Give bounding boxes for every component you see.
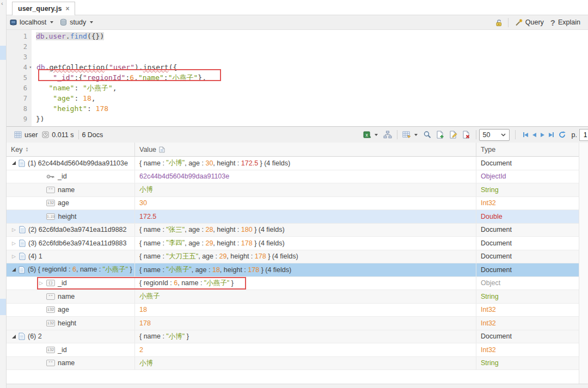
edit-document-button[interactable]	[447, 128, 460, 141]
explain-button[interactable]: ? Explain	[547, 16, 584, 28]
type-text: Object	[481, 279, 500, 287]
export-button[interactable]: x	[361, 128, 373, 141]
value-token: , height :	[213, 226, 241, 233]
type-cell: Object	[476, 277, 579, 290]
table-row[interactable]: ▷(2) 62c6fda0e3a9741ea11d9882{ name : "张…	[7, 224, 579, 237]
table-row[interactable]: i32_id2Int32	[7, 343, 579, 357]
add-document-button[interactable]	[434, 128, 447, 141]
table-row[interactable]: ""name小燕子String	[7, 290, 579, 304]
table-scrollbar-gutter[interactable]	[579, 143, 588, 384]
value-token: { name :	[139, 252, 166, 260]
view-document-button[interactable]	[421, 128, 434, 141]
string-badge-icon: ""	[46, 293, 55, 300]
type-cell: Int32	[476, 343, 579, 356]
type-text: Document	[481, 239, 512, 247]
expand-row-icon[interactable]: ▷	[12, 241, 16, 246]
collapse-row-icon[interactable]	[12, 268, 16, 272]
tab-close-icon[interactable]: ×	[65, 5, 69, 13]
table-row[interactable]: (1) 62c44b4d5604b99daa91103e{ name : "小博…	[7, 157, 579, 170]
type-cell: String	[476, 183, 579, 196]
table-row[interactable]: i32height178Int32	[7, 317, 579, 330]
first-page-button[interactable]	[521, 128, 530, 141]
code-token: :	[87, 104, 96, 113]
export-menu-caret[interactable]	[375, 134, 378, 136]
editor-line[interactable]: 2	[7, 41, 588, 52]
line-number: 1	[7, 33, 27, 40]
column-header-key[interactable]: Key ▲▼	[7, 143, 135, 156]
editor-line[interactable]: 7 "age": 18,	[7, 93, 588, 103]
key-token: "小燕子"	[103, 266, 128, 273]
key-icon	[46, 174, 55, 180]
doc-count: 6 Docs	[82, 131, 103, 139]
editor-line[interactable]: 9})	[7, 114, 588, 124]
key-token: (5) { regionId :	[28, 266, 72, 273]
value-token: (4 fields)	[264, 159, 290, 167]
value-cell: 178	[135, 317, 476, 330]
view-mode-caret[interactable]	[414, 134, 418, 136]
view-as-tree-button[interactable]	[381, 128, 394, 141]
connection-selector[interactable]: localhost	[7, 16, 57, 28]
editor-line[interactable]: 6 "name": "小燕子",	[7, 83, 588, 93]
collapse-panel-icon[interactable]: ‹	[1, 0, 3, 7]
table-row[interactable]: 1.23height172.5Double	[7, 210, 579, 224]
table-row[interactable]: ▷(3) 62c6fdb6e3a9741ea11d9883{ name : "李…	[7, 237, 579, 250]
page-size-select[interactable]: 50	[479, 129, 510, 141]
collapse-row-icon[interactable]	[12, 335, 16, 338]
key-token: 6	[72, 266, 76, 273]
type-cell: Int32	[476, 304, 579, 317]
value-token: { name :	[139, 332, 166, 340]
key-token: height	[58, 319, 76, 327]
table-row[interactable]: ""name小博String	[7, 183, 579, 197]
table-row[interactable]: (5) { regionId : 6, name : "小燕子" }{ name…	[7, 263, 579, 277]
value-cell: 18	[135, 304, 476, 317]
table-row[interactable]: ▷{}_id{ regionId : 6, name : "小燕子" }Obje…	[7, 277, 579, 291]
type-cell: String	[476, 357, 579, 370]
delete-document-button[interactable]	[460, 128, 473, 141]
value-token: (4 fields)	[259, 226, 285, 233]
type-text: String	[481, 293, 499, 300]
value-token: 178	[241, 239, 253, 247]
code-text: db.user.find({})	[36, 32, 104, 40]
view-mode-button[interactable]	[400, 128, 413, 141]
document-icon	[19, 159, 25, 167]
value-token: (4 fields)	[265, 266, 291, 274]
refresh-button[interactable]	[556, 128, 568, 141]
collapse-row-icon[interactable]	[12, 161, 16, 165]
table-view-icon	[402, 131, 411, 139]
column-header-value[interactable]: Value	[135, 143, 476, 156]
table-row[interactable]: ▷(4) 1{ name : "大刀王五", age : 29, height …	[7, 250, 579, 264]
expand-row-icon[interactable]: ▷	[12, 227, 16, 232]
page-number-input[interactable]	[579, 129, 588, 141]
collection-indicator[interactable]: user	[12, 128, 40, 141]
collapsed-side-panel[interactable]: ‹	[0, 0, 7, 388]
database-selector[interactable]: study	[57, 16, 96, 28]
code-editor[interactable]: 1db.user.find({})234▾db.getCollection("u…	[7, 30, 588, 126]
table-row[interactable]: (6) 2{ name : "小博" }Document	[7, 330, 579, 344]
editor-line[interactable]: 3	[7, 52, 588, 62]
last-page-button[interactable]	[547, 128, 556, 141]
value-token: }	[259, 266, 265, 274]
expand-row-icon[interactable]: ▷	[12, 254, 16, 259]
code-token: "小燕子"	[83, 84, 113, 92]
next-page-button[interactable]	[538, 128, 547, 141]
table-row[interactable]: _id62c44b4d5604b99daa91103eObjectId	[7, 170, 579, 184]
type-text: ObjectId	[481, 173, 506, 180]
query-button[interactable]: Query	[511, 16, 547, 28]
lock-button[interactable]	[493, 16, 505, 29]
table-row[interactable]: ""name小博String	[7, 357, 579, 371]
table-row[interactable]: i32age30Int32	[7, 197, 579, 211]
question-icon: ?	[550, 18, 555, 27]
prev-page-button[interactable]	[530, 128, 538, 141]
horizontal-scrollbar[interactable]	[7, 384, 588, 388]
column-header-type[interactable]: Type	[476, 143, 579, 156]
key-token: (6) 2	[28, 332, 42, 340]
fold-marker-icon[interactable]: ▾	[28, 65, 33, 70]
tab-user-query[interactable]: user_query.js ×	[12, 2, 75, 15]
value-token: (4 fields)	[272, 252, 298, 260]
table-row[interactable]: i32age18Int32	[7, 304, 579, 317]
editor-line[interactable]: 1db.user.find({})	[7, 31, 588, 41]
editor-line[interactable]: 8 "height": 178	[7, 103, 588, 114]
value-cell: { name : "张三", age : 28, height : 180 } …	[135, 224, 476, 237]
value-token: , age :	[192, 266, 212, 274]
key-text: (5) { regionId : 6, name : "小燕子" }	[28, 265, 132, 274]
